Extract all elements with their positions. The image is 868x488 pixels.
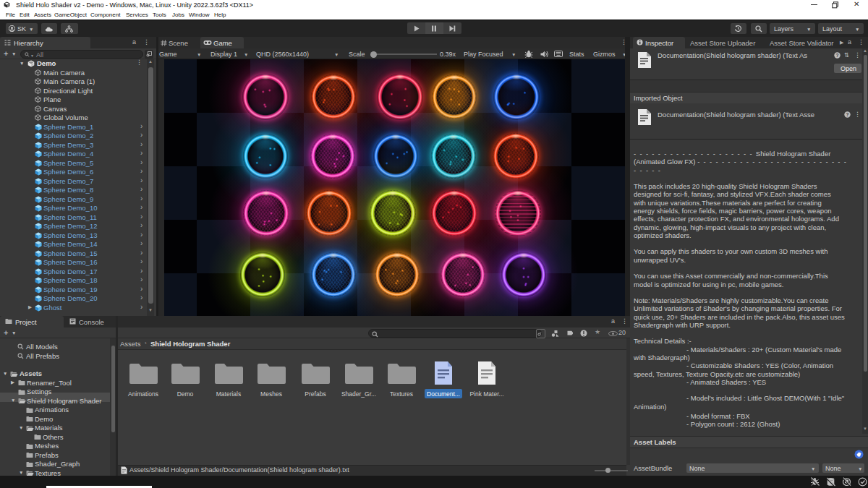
- svg-text:?: ?: [836, 53, 839, 58]
- svg-text:?: ?: [846, 112, 849, 117]
